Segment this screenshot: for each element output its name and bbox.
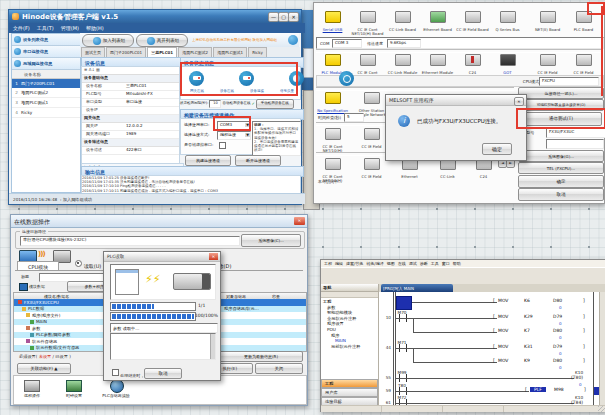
plcif-c24[interactable]: C24 bbox=[455, 51, 490, 75]
instruction-mov[interactable]: [MOVK29D79] bbox=[493, 314, 588, 319]
output-log[interactable]: 2016/11/09 17:01:25 设备连接通道断开! 2016/11/09… bbox=[81, 175, 301, 194]
toolbar-extra-icon[interactable] bbox=[288, 35, 298, 45]
other-no-specification[interactable]: No Specification bbox=[315, 89, 350, 113]
pcif-serial-usb[interactable]: Serial USB bbox=[315, 8, 350, 32]
instruction-mov[interactable]: [MOVK6D80] bbox=[493, 298, 588, 303]
direct-connection-button[interactable]: 可编程控制器直接连接设置(D) bbox=[518, 99, 604, 111]
check-icon[interactable]: ✓ bbox=[251, 101, 254, 106]
tab-mitsubishi[interactable]: 三菱PLC01 bbox=[147, 47, 177, 57]
pcif-ethernet-board[interactable]: Ethernet Board bbox=[420, 8, 455, 32]
property-group[interactable]: 网关信息 bbox=[82, 115, 179, 123]
ok-button[interactable]: 确定 bbox=[518, 175, 604, 188]
dialog-ok-button[interactable]: 确定 bbox=[482, 143, 512, 155]
pcif-plc-board[interactable]: PLC Board bbox=[566, 8, 601, 32]
com-select[interactable]: COM3▼ bbox=[217, 121, 251, 130]
property-row[interactable]: PLC型号Mitsubishi-FX bbox=[82, 91, 179, 99]
pcif-qbus[interactable]: Q Series Bus bbox=[490, 8, 525, 32]
netroute-cciefield[interactable]: CC IE Field bbox=[354, 125, 389, 149]
close-button[interactable]: ✕ bbox=[288, 12, 299, 22]
instruction-mov[interactable]: [MOVK7D80] bbox=[493, 328, 588, 333]
ladder-canvas[interactable]: [MOVK6D80] 0 10 M70 [MOVK29D79] 0 [MOVK7… bbox=[379, 292, 605, 405]
progress-detail-list[interactable] bbox=[110, 333, 216, 360]
property-row[interactable]: 设备名称三菱PLC01 bbox=[82, 83, 179, 91]
cpu-mode-value[interactable]: FXCPU bbox=[539, 77, 599, 86]
menu-window[interactable]: 窗口 bbox=[442, 261, 450, 266]
nav-tab-project[interactable]: 工程 bbox=[321, 379, 378, 388]
ladder-selected-cell[interactable] bbox=[396, 296, 412, 310]
dialog-titlebar[interactable]: PLC读取 ✕ bbox=[104, 252, 220, 262]
sidebar-item-device-list[interactable]: 设备列表信息 bbox=[12, 34, 80, 46]
menu-debug[interactable]: 调试 bbox=[409, 261, 417, 266]
pcif-net2-board[interactable]: NET(II) Board bbox=[530, 8, 565, 32]
menu-diagnostics[interactable]: 诊断 bbox=[420, 261, 428, 266]
plc-memory-clear-icon[interactable] bbox=[110, 379, 124, 393]
tab-home[interactable]: 测试主页 bbox=[81, 47, 105, 57]
titlebar[interactable]: 在线数据操作 ✕ bbox=[11, 215, 307, 228]
company-site-link[interactable]: 上海精弘自动化系统工程有限公司网站 欢迎加入网络组 bbox=[192, 38, 284, 42]
close-icon[interactable]: ✕ bbox=[294, 217, 305, 225]
refresh-button[interactable]: 更新为最新信息(R) bbox=[219, 351, 303, 362]
related-functions-button[interactable]: 关联功能(F) ▲ bbox=[17, 363, 71, 374]
coroute-cciefield[interactable]: CC IE Field bbox=[354, 155, 389, 179]
remote-operation-icon[interactable] bbox=[24, 380, 40, 392]
menu-tool[interactable]: 工具 bbox=[431, 261, 439, 266]
manual-check-button[interactable]: 手动检测设备在线 bbox=[256, 99, 294, 109]
nav-tab-user-library[interactable]: 用户库 bbox=[321, 388, 378, 397]
property-row[interactable]: 串口类型串口连接 bbox=[82, 99, 179, 107]
document-tab[interactable]: [PRG]写入 MAIN bbox=[381, 284, 453, 292]
plcif-cclink-module[interactable]: CC-Link Module bbox=[385, 51, 420, 75]
instruction-mov[interactable]: [MOVK9D80] bbox=[493, 358, 588, 363]
tree-item-local-comment[interactable]: 局部软元件注释 bbox=[323, 344, 378, 350]
clock-setting-icon[interactable] bbox=[66, 380, 82, 392]
menu-help[interactable]: 帮助(H) bbox=[86, 25, 104, 31]
menu-manage[interactable]: 管理(M) bbox=[61, 25, 79, 31]
tel-button[interactable]: TEL (FXCPU)... bbox=[518, 162, 604, 174]
dropdown-icon[interactable]: ▼ bbox=[245, 123, 250, 127]
tab-test1[interactable]: 海两PLC测试1 bbox=[213, 47, 247, 57]
sidebar-item-serial[interactable]: 串口连接信息 bbox=[12, 46, 80, 58]
instruction-mov[interactable]: [MOVK31D79] bbox=[493, 344, 588, 349]
property-group[interactable]: 设备基础信息 bbox=[82, 75, 179, 83]
mode-select[interactable]: 编程连接▼ bbox=[217, 131, 251, 140]
pcif-cciefield-board[interactable]: CC IE Field Board bbox=[455, 8, 490, 32]
communication-test-button[interactable]: 通信测试(T) bbox=[520, 112, 602, 126]
pcif-ccie-board[interactable]: CC IE Cont NET/10(H) Board bbox=[350, 8, 385, 37]
system-image-button[interactable]: 系统图像(G)... bbox=[518, 150, 604, 162]
resize-grip[interactable] bbox=[598, 406, 605, 412]
netroute-ccie[interactable]: CC IE Cont NET/10(H) bbox=[315, 125, 350, 154]
menu-edit[interactable]: 编辑 bbox=[335, 261, 343, 266]
build-channel-button[interactable]: 构建连接通道 bbox=[185, 155, 231, 166]
leave-group-button[interactable]: 离开列表组 bbox=[136, 34, 188, 47]
dropdown-icon[interactable]: ▼ bbox=[245, 133, 250, 137]
timer-coil[interactable]: (T80) bbox=[571, 375, 583, 381]
menu-view[interactable]: 视图 bbox=[387, 261, 395, 266]
plcif-got[interactable]: GOT bbox=[490, 51, 525, 75]
menu-help[interactable]: 帮助 bbox=[453, 261, 461, 266]
baud-value[interactable]: 9.6Kbps bbox=[387, 39, 421, 48]
project-tree[interactable]: 工程 参数 智能功能模块 全局软元件注释 程序设置 POU 程序 MAIN 局部… bbox=[321, 298, 378, 379]
dialog-close-icon[interactable]: ✕ bbox=[514, 97, 524, 106]
property-row[interactable]: 网关IP12.0.0.2 bbox=[82, 123, 179, 131]
property-group[interactable]: 设备描述信息 bbox=[82, 139, 179, 147]
device-row-3[interactable]: 3海两PLC测试1 bbox=[12, 98, 80, 108]
list-scrollbar[interactable] bbox=[210, 334, 215, 359]
property-row[interactable]: 设备描述422串口 bbox=[82, 147, 179, 155]
close-button[interactable]: 关闭 bbox=[255, 363, 303, 374]
menu-project[interactable]: 工程 bbox=[324, 261, 332, 266]
virtual-serial-checkbox[interactable] bbox=[219, 142, 226, 149]
dialog-titlebar[interactable]: MELSOFT 应用程序 ✕ bbox=[386, 95, 526, 106]
connection-path-list-button[interactable]: 连接路径一览(L)... bbox=[518, 87, 604, 99]
cancel-button[interactable]: 取消 bbox=[144, 368, 182, 379]
titlebar[interactable]: Hinode设备管理客户端 v1.5 — ▢ ✕ bbox=[9, 10, 301, 23]
tab-siemens[interactable]: 西门子200PLC01 bbox=[106, 47, 146, 57]
menu-online[interactable]: 在线 bbox=[398, 261, 406, 266]
menu-file[interactable]: 文件(F) bbox=[13, 25, 30, 31]
break-channel-button[interactable]: 断开连接通道 bbox=[235, 155, 281, 166]
system-image-button[interactable]: 系统图像(C)... bbox=[241, 234, 301, 247]
instruction-plf[interactable]: [PLFM98] bbox=[525, 387, 589, 392]
menu-convert[interactable]: 转换/编译 bbox=[366, 261, 383, 266]
device-row-1[interactable]: 1西门子200PLC01 bbox=[12, 79, 80, 88]
device-row-2[interactable]: 2海两PLC测试2 bbox=[12, 88, 80, 98]
menu-search[interactable]: 搜索/替换 bbox=[346, 261, 363, 266]
com-strip-value[interactable]: COM 3 bbox=[332, 39, 362, 48]
